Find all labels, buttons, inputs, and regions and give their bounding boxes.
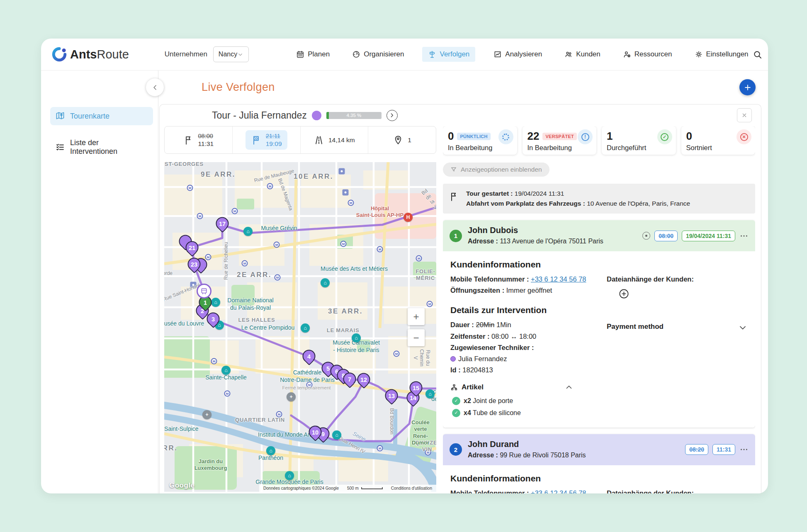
metro-station-icon[interactable] [340, 241, 347, 247]
display-options-toggle[interactable]: Anzeigeoptionen einblenden [443, 163, 549, 177]
nav-item[interactable]: Planen [292, 47, 334, 62]
map-stop-marker[interactable]: 13 [385, 389, 398, 402]
metro-station-icon[interactable] [187, 185, 193, 191]
add-attachment-button[interactable] [618, 288, 630, 299]
transit-station-icon[interactable] [190, 282, 197, 288]
metro-station-icon[interactable] [205, 254, 211, 260]
map-zoom-in-button[interactable]: + [408, 308, 425, 325]
nav-item[interactable]: Einstellungen [690, 47, 753, 62]
transit-station-icon[interactable] [339, 168, 345, 175]
stop-card: 1 John Dubois Adresse : 113 Avenue de l'… [443, 220, 755, 428]
metro-station-icon[interactable] [377, 246, 383, 253]
map-poi-icon[interactable] [404, 213, 413, 222]
metro-station-icon[interactable] [306, 382, 313, 388]
locate-stop-icon[interactable] [642, 232, 650, 240]
sidebar: Tourenkarte Liste der Interventionen [41, 70, 158, 493]
map-poi-icon[interactable] [425, 389, 435, 398]
map-poi-icon[interactable] [287, 392, 296, 401]
nav-item[interactable]: Ressourcen [619, 47, 676, 62]
map-stop-marker[interactable]: 10 [309, 426, 322, 439]
map-zoom-out-button[interactable]: − [408, 329, 425, 346]
page-title: Live Verfolgen [202, 81, 275, 94]
stop-header[interactable]: 1 John Dubois Adresse : 113 Avenue de l'… [443, 220, 755, 251]
nav-item[interactable]: Verfolgen [422, 47, 475, 62]
tour-start-info: Tour gestartet : 19/04/2024 11:31 Abfahr… [443, 184, 755, 214]
map-terms-link[interactable]: Conditions d'utilisation [391, 486, 432, 491]
map-poi-icon[interactable] [332, 430, 341, 440]
time-window: 08:00 ↔ 18:00 [491, 333, 536, 340]
metro-station-icon[interactable] [274, 242, 280, 248]
metro-station-icon[interactable] [348, 200, 354, 206]
status-label: In Bearbeitung [448, 144, 512, 152]
map-stop-marker[interactable]: 23 [188, 258, 201, 271]
payment-method-toggle[interactable]: Payment method [607, 319, 748, 376]
map-poi-icon[interactable] [266, 446, 275, 455]
metro-station-icon[interactable] [267, 183, 273, 189]
metro-station-icon[interactable] [416, 255, 422, 262]
sidebar-item[interactable]: Liste der Interventionen [50, 134, 153, 160]
vehicle-marker[interactable] [197, 284, 211, 299]
phone-link[interactable]: +33 6 12 34 56 78 [531, 489, 586, 493]
map-base-art [164, 162, 436, 492]
metro-station-icon[interactable] [232, 208, 238, 214]
metro-station-icon[interactable] [394, 351, 400, 357]
map-stop-marker[interactable]: 21 [186, 241, 199, 254]
map-poi-icon[interactable] [221, 366, 231, 375]
metro-station-icon[interactable] [425, 449, 431, 456]
status-icon [578, 129, 593, 144]
chevron-up-icon[interactable] [564, 383, 574, 392]
tour-stat-value: 14,14 km [328, 136, 355, 144]
map-stop-marker[interactable]: 3 [207, 313, 220, 326]
expand-tour-button[interactable] [386, 110, 398, 121]
transit-station-icon[interactable] [343, 189, 349, 196]
map-poi-icon[interactable] [301, 323, 310, 333]
map-poi-icon[interactable] [352, 333, 361, 343]
duration-actual: 1Min [496, 321, 511, 328]
nav-item[interactable]: Analysieren [489, 47, 546, 62]
map-stop-marker[interactable]: 12 [357, 373, 370, 386]
metro-station-icon[interactable] [197, 213, 203, 219]
stop-more-menu[interactable] [739, 445, 749, 454]
nav-item[interactable]: Kunden [560, 47, 605, 62]
app-logo[interactable]: AntsRoute [52, 47, 129, 62]
stop-header[interactable]: 2 John Durand Adresse : 99 Rue de Rivoli… [443, 434, 755, 465]
chevron-right-icon [389, 112, 395, 119]
map-poi-icon[interactable] [285, 471, 294, 480]
company-select[interactable]: Nancy [213, 46, 249, 62]
close-panel-button[interactable] [737, 108, 752, 122]
map-stop-marker[interactable]: 15 [410, 381, 423, 394]
metro-station-icon[interactable] [276, 411, 282, 418]
plus-circle-icon [618, 288, 630, 299]
phone-link[interactable]: +33 6 12 34 56 78 [531, 275, 586, 283]
sidebar-item[interactable]: Tourenkarte [50, 107, 153, 125]
map-stop-marker[interactable]: 4 [303, 350, 316, 363]
map-stop-marker[interactable]: 17 [216, 217, 229, 230]
check-icon: ✓ [452, 397, 460, 405]
metro-station-icon[interactable] [242, 260, 248, 267]
metro-station-icon[interactable] [377, 445, 383, 452]
map-poi-icon[interactable] [202, 410, 211, 419]
stop-more-menu[interactable] [739, 231, 749, 240]
articles-title: Artikel [462, 383, 484, 391]
metro-station-icon[interactable] [275, 275, 281, 281]
status-badge: VERSPÄTET [542, 133, 577, 140]
nav-item-label: Ressourcen [634, 50, 672, 58]
search-button[interactable] [753, 50, 762, 59]
map-poi-icon[interactable] [321, 278, 330, 287]
metro-station-icon[interactable] [211, 358, 217, 364]
map-stop-marker[interactable]: 7 [343, 373, 356, 386]
map-canvas[interactable]: ST-GEORGES9E ARR.10E ARR.Rue de Maubeuge… [164, 162, 436, 492]
bus-icon [200, 287, 208, 295]
back-button[interactable] [146, 78, 164, 96]
metro-station-icon[interactable] [427, 301, 433, 307]
add-button[interactable] [739, 79, 756, 95]
stop-eta-time: 11:31 [712, 444, 735, 455]
metro-station-icon[interactable] [224, 391, 231, 397]
tour-stat-old-value: 08:00 [198, 132, 214, 140]
stop-customer-name: John Dubois [468, 226, 605, 235]
sidebar-item-icon [55, 111, 65, 121]
map-poi-icon[interactable] [211, 298, 220, 307]
map-poi-icon[interactable] [243, 227, 253, 236]
nav-item[interactable]: Organisieren [348, 47, 408, 62]
duration-planned: 20Min [476, 321, 494, 328]
